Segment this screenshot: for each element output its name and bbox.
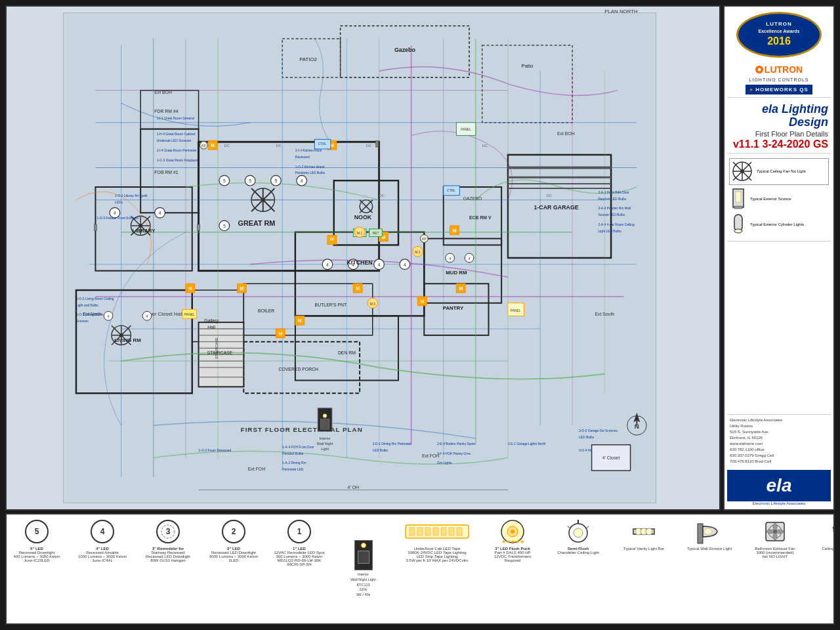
svg-text:PANTRY: PANTRY [443,305,464,311]
svg-text:Wall Night: Wall Night [317,442,333,446]
svg-text:5: 5 [223,178,226,183]
svg-text:PANEL: PANEL [461,128,471,131]
svg-text:FDR RM #4: FDR RM #4 [154,109,178,114]
svg-text:BOILER: BOILER [258,308,274,313]
led3-icon: 3 [155,518,181,545]
svg-text:Pendant LED Bulbs: Pendant LED Bulbs [598,198,626,201]
svg-text:M.2: M.2 [415,251,420,254]
wall-night-light-element [361,543,366,548]
svg-text:M.1: M.1 [357,232,362,235]
svg-text:LEDs: LEDs [115,201,123,204]
exhaust-icon [762,518,788,545]
svg-text:M: M [188,286,192,291]
svg-text:5: 5 [275,178,278,183]
svg-text:DC: DC [482,144,488,148]
wall-night-plug-icon [358,551,369,564]
svg-text:Perimeter LED: Perimeter LED [282,468,304,471]
led2-model: 2LED [228,558,238,562]
svg-text:2-A-4 4-car Room Ceiling: 2-A-4 4-car Room Ceiling [598,223,635,226]
svg-text:1-H-4 Great Room Cabinet: 1-H-4 Great Room Cabinet [157,133,196,136]
lutron-subtitle: LIGHTING CONTROLS [749,77,809,82]
flush-puck-icon: ★★★★★ [499,518,526,545]
legend-wall-sconce: Typical Wall Sconce Light [683,518,736,620]
legend-led-strip: UnderAove Cab LED Tape 3000K-24VDC LED T… [401,518,473,620]
wall-night-detail3: 3W / 40k [350,593,375,598]
wall-sconce-icon [696,518,723,545]
svg-text:1-I-4 Great Room Perimeter: 1-I-4 Great Room Perimeter [157,149,197,152]
svg-text:NET: NET [373,232,379,235]
contact-company: Electronic Lifestyle Associates [730,417,828,423]
svg-text:2-E-4 Butlers Pantry Spots: 2-E-4 Butlers Pantry Spots [437,442,476,446]
svg-text:PATIO2: PATIO2 [299,56,317,62]
svg-text:KP: KP [201,144,206,148]
led4-model: Juno-IC4AL [92,558,113,562]
svg-point-50 [261,198,265,202]
svg-text:M: M [459,286,463,291]
svg-point-292 [704,528,712,535]
svg-rect-108 [198,224,200,231]
svg-text:M: M [453,228,457,233]
svg-text:Light and Bulbs: Light and Bulbs [76,304,98,307]
svg-rect-273 [425,528,430,536]
svg-text:KP: KP [422,238,427,241]
svg-text:4: 4 [301,178,303,183]
svg-text:2: 2 [232,527,236,536]
wall-night-detail2: 120v [350,587,375,593]
svg-text:★★★★★: ★★★★★ [501,539,524,545]
svg-text:2-E-1 Garage Lights North: 2-E-1 Garage Lights North [508,442,546,446]
legend-semi-flush: Semi-Flush Chandelier Ceiling Light [552,518,604,620]
hw-bullet: ● [749,87,753,93]
svg-text:4: 4 [159,211,161,215]
svg-text:DC: DC [366,144,372,148]
wall-night-device-icon [354,540,373,570]
svg-text:M: M [356,286,360,291]
svg-text:Light LED Bulbs: Light LED Bulbs [598,230,621,233]
svg-line-286 [586,526,589,528]
svg-text:3-O-2 Garage Sct Sconces: 3-O-2 Garage Sct Sconces [579,429,618,432]
svg-text:BUTLER'S PNT: BUTLER'S PNT [315,303,347,307]
wall-night-detail: KTC113 [350,583,375,588]
svg-text:LED Bulbs: LED Bulbs [373,449,388,452]
led5-model: Juno-IC20LED [24,558,49,562]
svg-point-252 [740,169,744,173]
excellence-inner: LUTRON Excellence Awards 2016 [758,20,799,49]
led1-model2: 90CRI-SP-SN [287,562,311,566]
svg-text:Pendant Bulbs: Pendant Bulbs [282,452,303,455]
cylinder-diagram [729,213,747,236]
floor-plan-svg: 5 5 5 5 4 4 4 4 4 [7,7,719,509]
sidebar: LUTRON Excellence Awards 2016 LUTRON LIG… [723,5,835,511]
svg-rect-271 [410,528,415,536]
excellence-badge: LUTRON Excellence Awards 2016 [736,12,822,58]
svg-text:4' Closet: 4' Closet [602,455,620,460]
svg-rect-277 [457,528,462,536]
svg-text:1-G-2 Kitchen Island: 1-G-2 Kitchen Island [295,165,325,169]
flush3-detail: 12VOC Transformers Required [486,555,539,562]
svg-rect-275 [441,528,446,536]
date-gs: GS [813,138,828,150]
svg-text:1: 1 [297,527,302,536]
svg-text:M.3: M.3 [370,303,375,306]
contact-website: www.elahome.com [730,441,828,447]
svg-rect-109 [376,140,379,147]
legend-4led: 4 4" LED Recessed Aimable 1000 Lumens – … [76,518,129,620]
led-strip-icon [404,518,470,545]
vanity-icon [631,518,657,545]
svg-text:Interior: Interior [320,436,331,440]
version: v11.1 [733,138,759,150]
legend-1led: 1 1" LED 12VAC Remodeler LED Spot 300 Lu… [273,518,326,620]
typical-sconce-item: Typical Exterior Sconce [729,188,829,211]
legend-vanity: Typical Vanity Light Bar [618,518,670,620]
svg-text:DC: DC [224,144,230,148]
svg-text:Ext South: Ext South [595,312,614,316]
floor-plan-canvas: 5 5 5 5 4 4 4 4 4 [7,7,719,509]
svg-text:FOB RM #1: FOB RM #1 [154,170,178,175]
svg-text:2-A-3 Powder Rm Wall: 2-A-3 Powder Rm Wall [598,207,631,210]
svg-text:DEN RM: DEN RM [338,350,356,355]
svg-text:COVERED PORCH: COVERED PORCH [278,367,318,371]
svg-text:Grn Lights: Grn Lights [437,461,452,465]
legend-pendant: Ceiling Pendant Light [814,518,835,620]
typical-fan-label: Typical Ceiling Fan No Light [757,169,806,173]
svg-text:Sconces: Sconces [76,320,89,323]
svg-text:Undercab LED Sconces: Undercab LED Sconces [157,139,192,142]
excellence-award: Excellence Awards [758,28,799,35]
